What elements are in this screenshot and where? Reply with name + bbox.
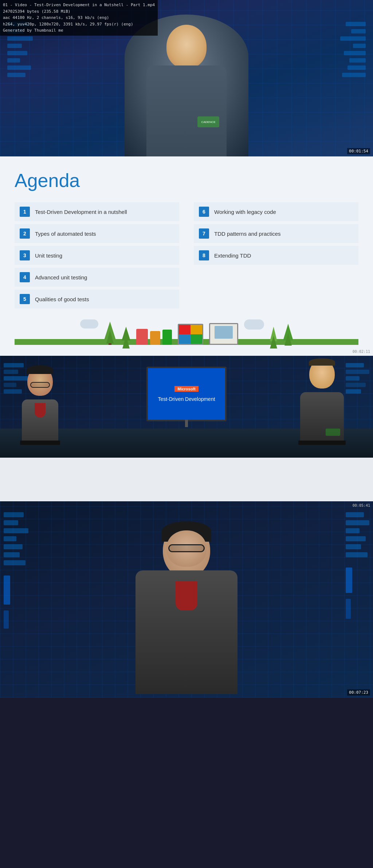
metadata-video: h264, yuv420p, 1280x720, 3391 kb/s, 29.9… (3, 22, 133, 27)
deco-bar (346, 389, 361, 394)
closeup-panel: 00:05:41 00:07:23 (0, 501, 373, 698)
deco-bar (4, 520, 18, 525)
agenda-num-7: 7 (199, 228, 209, 239)
presenter-right-figure (300, 363, 344, 443)
agenda-num-1: 1 (20, 207, 30, 217)
timestamp-4: 00:07:23 (347, 689, 370, 696)
metadata-audio: aac 44100 Hz, 2 channels, s16, 93 kb/s (… (3, 15, 109, 20)
deco-bar (7, 51, 27, 55)
video-metadata: 01 - Video - Test-Driven Development in … (0, 0, 158, 36)
frame-tile-2 (191, 325, 202, 334)
agenda-item-3: 3 Unit testing (15, 246, 179, 265)
deco-bar (4, 363, 24, 367)
deco-bar (4, 389, 22, 394)
deco-bar (346, 544, 361, 549)
agenda-label-1: Test-Driven Development in a nutshell (35, 209, 127, 215)
closeup-deco-right (346, 512, 369, 619)
metadata-generated: Generated by Thumbnail me (3, 28, 63, 33)
deco-bar (4, 544, 23, 549)
deco-bar (346, 376, 360, 381)
presenter-right-laptop (298, 441, 346, 445)
deco-bar (4, 560, 25, 565)
timestamp-top-4: 00:05:41 (353, 503, 370, 507)
deco-bar (346, 520, 369, 525)
right-decoration (337, 22, 366, 77)
deco-bar (7, 65, 31, 70)
agenda-item-2: 2 Types of automated tests (15, 224, 179, 243)
glasses (30, 382, 50, 388)
deco-bar (342, 73, 366, 77)
agenda-grid: 1 Test-Driven Development in a nutshell … (15, 202, 358, 308)
video-panel-1: 01 - Video - Test-Driven Development in … (0, 0, 373, 156)
deco-block (346, 568, 352, 593)
deco-bar (346, 552, 368, 557)
deco-block (346, 599, 351, 619)
agenda-num-6: 6 (199, 207, 209, 217)
deco-bar (353, 44, 366, 48)
closeup-glasses (168, 544, 205, 552)
monitor-stand (185, 420, 188, 427)
agenda-num-2: 2 (20, 228, 30, 239)
frame-deco-2 (209, 323, 238, 345)
book-deco-green (162, 330, 172, 345)
deco-bar (346, 22, 366, 26)
deco-bar (7, 58, 20, 63)
shirt-detail (35, 403, 46, 418)
agenda-num-3: 3 (20, 250, 30, 260)
agenda-item-1: 1 Test-Driven Development in a nutshell (15, 202, 179, 221)
presenter-left (22, 370, 58, 443)
deco-bar (349, 58, 366, 63)
deco-bar (346, 536, 366, 541)
cloud-deco-1 (80, 319, 98, 329)
agenda-item-5: 5 Qualities of good tests (15, 290, 179, 308)
deco-bar (348, 65, 366, 70)
frame-deco (178, 324, 203, 345)
deco-bar (7, 73, 25, 77)
presenter-right-head (309, 359, 335, 389)
presenter-right (300, 363, 344, 443)
deco-bar (4, 370, 18, 374)
presenter-right-body (300, 392, 344, 443)
deco-bar (4, 552, 20, 557)
frame-tile-4 (191, 334, 202, 344)
closeup-head (163, 523, 210, 578)
hair (27, 365, 53, 374)
closeup-deco-left (4, 512, 28, 629)
deco-bar (4, 383, 16, 387)
deco-bar (351, 29, 366, 33)
agenda-label-4: Advanced unit testing (35, 274, 87, 280)
deco-bar (7, 44, 22, 48)
agenda-label-3: Unit testing (35, 252, 62, 259)
deco-bar (4, 512, 24, 517)
agenda-num-4: 4 (20, 272, 30, 282)
studio-monitor: Microsoft Test-Driven Development (146, 367, 227, 421)
tree-deco-2 (122, 327, 130, 345)
timestamp-1: 00:01:54 (347, 148, 370, 154)
timestamp-2: 00:02:11 (353, 350, 370, 354)
hair-right (309, 358, 335, 366)
shelf-deco (136, 329, 172, 345)
presenter-left-head (27, 367, 53, 396)
frame-tile-3 (179, 334, 191, 344)
tree-deco-3 (270, 327, 277, 345)
deco-bar (346, 370, 369, 374)
cloud-deco-2 (244, 319, 264, 330)
agenda-column-left: 1 Test-Driven Development in a nutshell … (15, 202, 179, 308)
agenda-label-5: Qualities of good tests (35, 296, 89, 302)
frame-tile-1 (179, 325, 191, 334)
deco-bar (344, 51, 366, 55)
deco-bar (7, 36, 33, 41)
deco-bar (4, 536, 16, 541)
tree-deco-1 (104, 322, 116, 345)
presenter-left-laptop (20, 441, 60, 445)
agenda-label-2: Types of automated tests (35, 231, 96, 237)
deco-bar (340, 36, 366, 41)
book-deco-red (136, 329, 148, 345)
tree-deco-4 (283, 324, 293, 345)
presenter-silhouette: CADENCE (125, 15, 248, 156)
presenter-head (166, 25, 207, 68)
studio-panel: Microsoft Test-Driven Development (0, 356, 373, 458)
presenter-left-body (22, 399, 58, 443)
agenda-decoration (15, 316, 358, 345)
metadata-size: 247025394 bytes (235.58 MiB) (3, 9, 70, 14)
